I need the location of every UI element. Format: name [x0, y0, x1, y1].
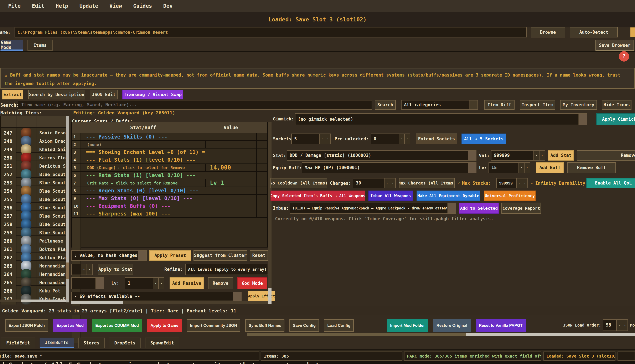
stat-row[interactable]: 1 --- Passive Skills (0) --- [72, 133, 267, 141]
extend-sockets-button[interactable]: Extend Sockets [416, 134, 457, 144]
item-list-row[interactable]: 261 Bolton Plate [1, 244, 69, 252]
game-path-field[interactable]: C:\Program Files (x86)\Steam\steamapps\c… [14, 27, 527, 38]
effects-dropdown[interactable]: - 69 effects available -- [71, 292, 242, 301]
bottom-tab[interactable]: Stores [78, 338, 105, 348]
stat-row[interactable]: 10 --- Equipment Buffs (0) --- [72, 202, 267, 210]
json-edit-button[interactable]: JSON Edit [90, 90, 118, 100]
tab-game-mods[interactable]: Game Mods [0, 40, 23, 51]
remove-stat-button[interactable]: Remove [577, 150, 635, 160]
menu-item[interactable]: File [2, 3, 26, 9]
no-cooldown-button[interactable]: No Cooldown (All Items) [270, 178, 327, 188]
search-by-description-button[interactable]: Search by Description [28, 90, 85, 100]
item-list-row[interactable]: 264 Hernandian Ho [1, 269, 69, 278]
spin-up-button[interactable]: · [325, 134, 330, 144]
stat-row[interactable]: 7 Crit Rate ← click to select for Remove… [72, 179, 267, 187]
stat-row[interactable]: 5 DDD (Damage) ← click to select for Rem… [72, 164, 267, 172]
apply-to-stat-button[interactable]: Apply to Stat [98, 264, 133, 275]
max-stacks-checkbox[interactable]: ✓Max Stacks: [458, 181, 491, 186]
stat-row[interactable]: 2 (none) [72, 141, 267, 148]
clipped-spinner[interactable]: · · [71, 264, 92, 275]
refine-dropdown[interactable]: All Levels (apply to every array) [185, 264, 268, 275]
god-mode-button[interactable]: God Mode [237, 277, 267, 289]
search-button[interactable]: Search [375, 100, 396, 110]
bottom-bar-button[interactable]: Apply to Game [147, 319, 182, 332]
charges-spinner[interactable]: 30 · · [353, 178, 396, 188]
bottom-bar-button[interactable]: Export as Mod [53, 319, 87, 332]
item-list-row[interactable]: 254 Blue Scout Ri [1, 186, 69, 194]
remove-buff-button[interactable]: Remove Buff [567, 162, 616, 173]
bottom-bar-button[interactable]: Import Community JSON [187, 319, 240, 332]
center-vscroll-thumb[interactable] [268, 288, 272, 304]
hide-icons-button[interactable]: Hide Icons [602, 100, 632, 110]
bottom-bar-button[interactable]: Load Config [324, 319, 354, 332]
item-list-row[interactable]: 262 Bolton Plate [1, 252, 69, 261]
stat-row[interactable]: 9 --- Max Stats (0) [level 0/10] --- [72, 195, 267, 202]
item-list-vscroll-thumb[interactable] [66, 262, 69, 279]
clipped-edge-button[interactable] [630, 28, 635, 37]
bottom-bar-button[interactable]: Sync Buff Names [245, 319, 284, 332]
center-hscroll-thumb[interactable] [71, 301, 123, 304]
help-button[interactable]: ? [619, 51, 629, 62]
auto-detect-button[interactable]: Auto-Detect [570, 27, 618, 38]
spin-up-button[interactable]: · [86, 264, 92, 274]
max-stacks-spinner[interactable]: 999999 · · [496, 178, 528, 188]
spin-up-button[interactable]: · [524, 163, 530, 173]
val-spinner[interactable]: 999999 · · [491, 150, 545, 160]
menu-item[interactable]: Help [50, 3, 74, 9]
item-list-row[interactable]: 248 Axiom Bracele [1, 136, 69, 144]
item-list-row[interactable]: 255 Blue Scout La [1, 194, 69, 202]
max-charges-button[interactable]: Max Charges (All Items) [399, 178, 455, 188]
item-diff-button[interactable]: Item Diff [484, 100, 514, 110]
remove-passive-button[interactable]: Remove [208, 277, 233, 289]
item-list-row[interactable]: 251 Derictus Spea [1, 161, 69, 169]
stat-row[interactable]: 6 --- Rate Stats (1) [level 0/10] --- [72, 172, 267, 179]
bottom-tab[interactable]: DropSets [109, 338, 141, 348]
bottom-bar-button[interactable]: Reset to Vanilla PAPGT [476, 319, 526, 332]
category-dropdown[interactable]: All categories [401, 100, 478, 110]
imbue-dropdown[interactable]: (9118) — Equip_Passive_AggroBackpack — A… [290, 202, 456, 214]
inspect-item-button[interactable]: Inspect Item [520, 100, 555, 110]
item-list-row[interactable]: 250 Kairos Cloak [1, 153, 69, 161]
stat-row[interactable]: 8 --- Regen Stats (0) [level 0/10] --- [72, 187, 267, 195]
gimmick-dropdown[interactable]: (no gimmick selected) [295, 113, 587, 125]
spin-up-button[interactable]: · [404, 134, 410, 144]
add-passive-button[interactable]: Add Passive [170, 277, 204, 289]
bottom-bar-button[interactable]: Import Mod Folder [387, 319, 428, 332]
stat-row[interactable]: 4 --- Flat Stats (1) [level 0/10] --- [72, 156, 267, 164]
add-to-selected-button[interactable]: Add to Selected [459, 202, 499, 214]
suggest-from-cluster-button[interactable]: Suggest from Cluster [194, 250, 247, 260]
equip-buff-dropdown[interactable]: Max HP (HP) (1000001) [302, 162, 476, 173]
item-list-row[interactable]: 258 Blue Scout Cl [1, 219, 69, 228]
spin-down-button[interactable]: · [384, 178, 390, 188]
item-list-row[interactable]: 266 Kuku Pot [1, 286, 69, 294]
reset-button[interactable]: Reset [250, 250, 268, 260]
enable-all-qol-button[interactable]: Enable All QoL [586, 178, 635, 188]
json-load-order-spinner[interactable]: 58 · · [603, 319, 628, 331]
spin-up-button[interactable]: · [622, 320, 628, 330]
spin-down-button[interactable]: · [518, 163, 524, 173]
preset-dropdown[interactable]: : value, no hash changes) [71, 250, 147, 260]
bottom-bar-button[interactable]: Save Config [290, 319, 319, 332]
infinity-durability-checkbox[interactable]: ✓Infinity Durability [531, 181, 585, 186]
spin-down-button[interactable]: · [399, 134, 404, 144]
menu-item[interactable]: Update [74, 3, 104, 9]
item-list-row[interactable]: 252 Blue Scout Ea [1, 169, 69, 178]
spin-up-button[interactable]: · [390, 178, 395, 188]
coverage-report-button[interactable]: Coverage Report [502, 202, 541, 214]
tab-items[interactable]: Items [28, 40, 53, 51]
copy-buffs-button[interactable]: Copy Selected Item's Buffs → All Weapons [270, 190, 365, 201]
save-browser-button[interactable]: Save Browser [596, 40, 634, 51]
bottom-bar-button[interactable]: Export JSON Patch [5, 319, 48, 332]
stat-dropdown[interactable]: DDD / Damage [static] (1000002) [287, 150, 476, 160]
bottom-tab[interactable]: ItemBuffs [40, 338, 74, 348]
add-buff-button[interactable]: Add Buff [536, 162, 564, 173]
item-list-hscroll-thumb[interactable] [21, 300, 66, 302]
item-list-row[interactable]: 257 Blue Scout Ar [1, 211, 69, 219]
universal-proficiency-button[interactable]: Universal Proficiency [484, 190, 536, 201]
item-list-row[interactable]: 256 Blue Scout Ha [1, 202, 69, 211]
clipped-passive-field[interactable] [71, 277, 104, 289]
spin-down-button[interactable]: · [319, 134, 325, 144]
add-stat-button[interactable]: Add Stat [548, 150, 574, 160]
browse-button[interactable]: Browse [531, 27, 565, 38]
bottom-tab[interactable]: FieldEdit [1, 338, 35, 348]
